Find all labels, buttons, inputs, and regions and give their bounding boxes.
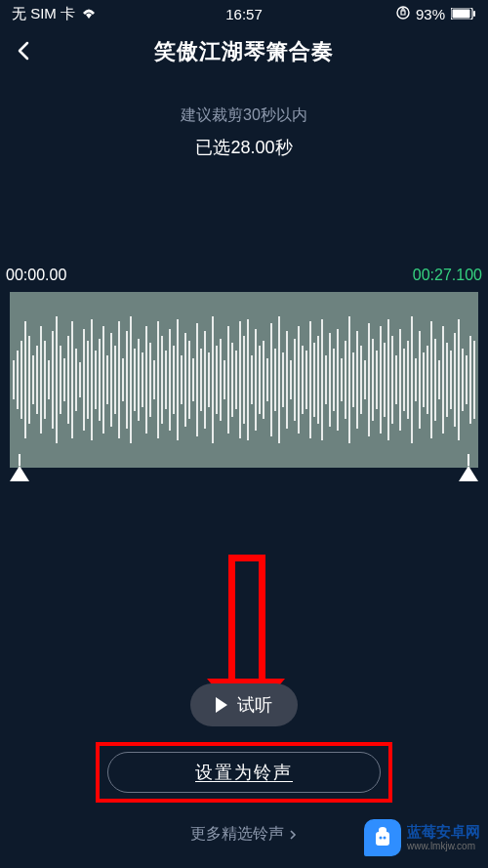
svg-rect-3 [473, 11, 475, 17]
annotation-highlight-box: 设置为铃声 [96, 742, 392, 803]
status-time: 16:57 [225, 6, 263, 22]
watermark-badge-icon [364, 819, 401, 856]
preview-button[interactable]: 试听 [190, 683, 298, 726]
more-ringtones-link[interactable]: 更多精选铃声 [190, 824, 298, 845]
sim-status: 无 SIM 卡 [12, 5, 75, 23]
set-ringtone-label: 设置为铃声 [195, 761, 293, 784]
nav-bar: 笑傲江湖琴箫合奏 [0, 27, 488, 76]
wifi-icon [81, 6, 97, 22]
watermark: 蓝莓安卓网 www.lmkjw.com [364, 819, 480, 856]
waveform-display[interactable] [10, 292, 478, 468]
more-ringtones-label: 更多精选铃声 [190, 824, 284, 845]
svg-point-125 [384, 837, 386, 840]
time-start: 00:00.00 [6, 267, 66, 284]
page-title: 笑傲江湖琴箫合奏 [154, 37, 334, 66]
battery-pct: 93% [416, 6, 445, 22]
watermark-name: 蓝莓安卓网 [407, 824, 480, 841]
crop-hint: 建议裁剪30秒以内 [0, 105, 488, 126]
watermark-url: www.lmkjw.com [407, 841, 480, 851]
crop-handle-right[interactable] [455, 454, 482, 493]
preview-label: 试听 [237, 693, 272, 717]
svg-rect-2 [453, 9, 470, 18]
time-end: 00:27.100 [413, 267, 482, 284]
svg-point-124 [380, 837, 383, 840]
back-button[interactable] [14, 40, 37, 63]
play-icon [216, 697, 227, 713]
set-ringtone-button[interactable]: 设置为铃声 [107, 752, 381, 793]
orientation-lock-icon [396, 6, 410, 22]
status-bar: 无 SIM 卡 16:57 93% [0, 0, 488, 27]
crop-handle-left[interactable] [6, 454, 33, 493]
svg-rect-123 [376, 832, 389, 846]
battery-icon [451, 6, 476, 22]
chevron-right-icon [288, 826, 298, 844]
selected-duration: 已选28.00秒 [0, 136, 488, 159]
